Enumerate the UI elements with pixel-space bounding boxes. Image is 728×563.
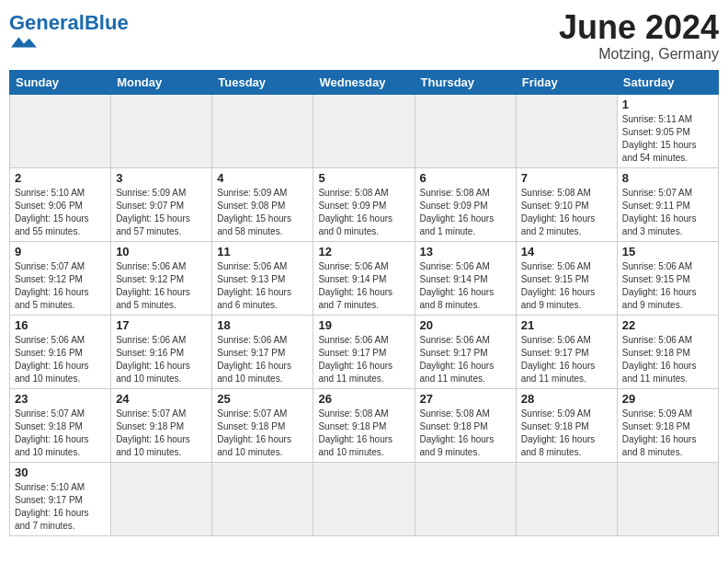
calendar-cell: 12Sunrise: 5:06 AMSunset: 9:14 PMDayligh… — [313, 241, 415, 315]
day-info: Sunrise: 5:07 AMSunset: 9:18 PMDaylight:… — [217, 408, 308, 459]
calendar-cell: 5Sunrise: 5:08 AMSunset: 9:09 PMDaylight… — [313, 167, 415, 241]
day-info: Sunrise: 5:06 AMSunset: 9:17 PMDaylight:… — [420, 334, 511, 385]
day-number: 2 — [15, 171, 106, 185]
week-row-5: 30Sunrise: 5:10 AMSunset: 9:17 PMDayligh… — [10, 462, 719, 535]
calendar-cell — [10, 94, 111, 167]
calendar-cell: 24Sunrise: 5:07 AMSunset: 9:18 PMDayligh… — [111, 388, 212, 462]
day-info: Sunrise: 5:06 AMSunset: 9:13 PMDaylight:… — [217, 260, 308, 312]
calendar-cell: 28Sunrise: 5:09 AMSunset: 9:18 PMDayligh… — [516, 388, 617, 462]
day-info: Sunrise: 5:07 AMSunset: 9:12 PMDaylight:… — [15, 260, 106, 312]
day-number: 12 — [318, 245, 409, 259]
page-header: GeneralBlue June 2024 Motzing, Germany — [9, 9, 719, 63]
calendar-cell — [111, 462, 212, 535]
header-saturday: Saturday — [617, 70, 718, 94]
weekday-header-row: Sunday Monday Tuesday Wednesday Thursday… — [10, 70, 719, 94]
day-info: Sunrise: 5:09 AMSunset: 9:07 PMDaylight:… — [116, 187, 207, 238]
day-info: Sunrise: 5:08 AMSunset: 9:09 PMDaylight:… — [420, 187, 511, 238]
calendar-cell — [415, 94, 516, 167]
week-row-3: 16Sunrise: 5:06 AMSunset: 9:16 PMDayligh… — [10, 315, 719, 388]
calendar-cell: 15Sunrise: 5:06 AMSunset: 9:15 PMDayligh… — [617, 241, 718, 315]
calendar-cell: 11Sunrise: 5:06 AMSunset: 9:13 PMDayligh… — [212, 241, 313, 315]
day-info: Sunrise: 5:10 AMSunset: 9:06 PMDaylight:… — [15, 187, 106, 238]
day-number: 6 — [420, 171, 511, 185]
day-info: Sunrise: 5:06 AMSunset: 9:17 PMDaylight:… — [318, 334, 409, 385]
calendar-cell — [617, 462, 718, 535]
day-number: 26 — [318, 392, 409, 406]
day-info: Sunrise: 5:10 AMSunset: 9:17 PMDaylight:… — [15, 481, 106, 533]
header-tuesday: Tuesday — [212, 70, 313, 94]
calendar-cell — [111, 94, 212, 167]
day-info: Sunrise: 5:06 AMSunset: 9:16 PMDaylight:… — [15, 334, 106, 385]
day-info: Sunrise: 5:09 AMSunset: 9:18 PMDaylight:… — [521, 408, 612, 459]
calendar-cell: 10Sunrise: 5:06 AMSunset: 9:12 PMDayligh… — [111, 241, 212, 315]
day-info: Sunrise: 5:06 AMSunset: 9:14 PMDaylight:… — [420, 260, 511, 312]
day-number: 7 — [521, 171, 612, 185]
day-number: 24 — [116, 392, 207, 406]
calendar-cell: 19Sunrise: 5:06 AMSunset: 9:17 PMDayligh… — [313, 315, 415, 388]
day-info: Sunrise: 5:06 AMSunset: 9:12 PMDaylight:… — [116, 260, 207, 312]
day-info: Sunrise: 5:06 AMSunset: 9:17 PMDaylight:… — [521, 334, 612, 385]
calendar-cell: 3Sunrise: 5:09 AMSunset: 9:07 PMDaylight… — [111, 167, 212, 241]
day-number: 27 — [420, 392, 511, 406]
day-info: Sunrise: 5:09 AMSunset: 9:08 PMDaylight:… — [217, 187, 308, 238]
day-number: 9 — [15, 245, 106, 259]
calendar-cell — [212, 94, 313, 167]
day-number: 17 — [116, 318, 207, 332]
day-number: 23 — [15, 392, 106, 406]
day-info: Sunrise: 5:06 AMSunset: 9:15 PMDaylight:… — [622, 260, 713, 312]
day-number: 11 — [217, 245, 308, 259]
logo: GeneralBlue — [9, 13, 129, 59]
logo-icon — [11, 29, 37, 55]
calendar-cell — [516, 462, 617, 535]
day-number: 28 — [521, 392, 612, 406]
calendar-cell: 21Sunrise: 5:06 AMSunset: 9:17 PMDayligh… — [516, 315, 617, 388]
day-number: 25 — [217, 392, 308, 406]
svg-marker-0 — [11, 37, 37, 47]
week-row-2: 9Sunrise: 5:07 AMSunset: 9:12 PMDaylight… — [10, 241, 719, 315]
calendar-cell: 9Sunrise: 5:07 AMSunset: 9:12 PMDaylight… — [10, 241, 111, 315]
day-number: 14 — [521, 245, 612, 259]
day-info: Sunrise: 5:07 AMSunset: 9:18 PMDaylight:… — [116, 408, 207, 459]
calendar-cell: 25Sunrise: 5:07 AMSunset: 9:18 PMDayligh… — [212, 388, 313, 462]
calendar-cell: 22Sunrise: 5:06 AMSunset: 9:18 PMDayligh… — [617, 315, 718, 388]
day-number: 16 — [15, 318, 106, 332]
day-info: Sunrise: 5:08 AMSunset: 9:18 PMDaylight:… — [420, 408, 511, 459]
header-monday: Monday — [111, 70, 212, 94]
day-info: Sunrise: 5:06 AMSunset: 9:18 PMDaylight:… — [622, 334, 713, 385]
calendar-cell: 6Sunrise: 5:08 AMSunset: 9:09 PMDaylight… — [415, 167, 516, 241]
day-number: 5 — [318, 171, 409, 185]
day-info: Sunrise: 5:08 AMSunset: 9:10 PMDaylight:… — [521, 187, 612, 238]
calendar-cell: 30Sunrise: 5:10 AMSunset: 9:17 PMDayligh… — [10, 462, 111, 535]
day-info: Sunrise: 5:06 AMSunset: 9:17 PMDaylight:… — [217, 334, 308, 385]
day-info: Sunrise: 5:08 AMSunset: 9:18 PMDaylight:… — [318, 408, 409, 459]
day-number: 29 — [622, 392, 713, 406]
day-info: Sunrise: 5:06 AMSunset: 9:16 PMDaylight:… — [116, 334, 207, 385]
calendar-cell: 27Sunrise: 5:08 AMSunset: 9:18 PMDayligh… — [415, 388, 516, 462]
day-number: 4 — [217, 171, 308, 185]
calendar-cell: 7Sunrise: 5:08 AMSunset: 9:10 PMDaylight… — [516, 167, 617, 241]
day-number: 1 — [622, 98, 713, 111]
header-thursday: Thursday — [415, 70, 516, 94]
calendar-table: Sunday Monday Tuesday Wednesday Thursday… — [9, 70, 719, 536]
calendar-title: June 2024 — [559, 9, 719, 46]
calendar-cell: 20Sunrise: 5:06 AMSunset: 9:17 PMDayligh… — [415, 315, 516, 388]
calendar-cell: 2Sunrise: 5:10 AMSunset: 9:06 PMDaylight… — [10, 167, 111, 241]
header-wednesday: Wednesday — [313, 70, 415, 94]
day-info: Sunrise: 5:11 AMSunset: 9:05 PMDaylight:… — [622, 113, 713, 165]
title-block: June 2024 Motzing, Germany — [559, 9, 719, 63]
calendar-cell: 13Sunrise: 5:06 AMSunset: 9:14 PMDayligh… — [415, 241, 516, 315]
day-number: 19 — [318, 318, 409, 332]
calendar-cell: 17Sunrise: 5:06 AMSunset: 9:16 PMDayligh… — [111, 315, 212, 388]
week-row-0: 1Sunrise: 5:11 AMSunset: 9:05 PMDaylight… — [10, 94, 719, 167]
day-info: Sunrise: 5:09 AMSunset: 9:18 PMDaylight:… — [622, 408, 713, 459]
calendar-cell: 18Sunrise: 5:06 AMSunset: 9:17 PMDayligh… — [212, 315, 313, 388]
calendar-cell: 26Sunrise: 5:08 AMSunset: 9:18 PMDayligh… — [313, 388, 415, 462]
day-info: Sunrise: 5:07 AMSunset: 9:11 PMDaylight:… — [622, 187, 713, 238]
day-number: 13 — [420, 245, 511, 259]
week-row-4: 23Sunrise: 5:07 AMSunset: 9:18 PMDayligh… — [10, 388, 719, 462]
day-number: 30 — [15, 465, 106, 479]
day-number: 20 — [420, 318, 511, 332]
header-sunday: Sunday — [10, 70, 111, 94]
calendar-cell — [516, 94, 617, 167]
calendar-cell: 1Sunrise: 5:11 AMSunset: 9:05 PMDaylight… — [617, 94, 718, 167]
